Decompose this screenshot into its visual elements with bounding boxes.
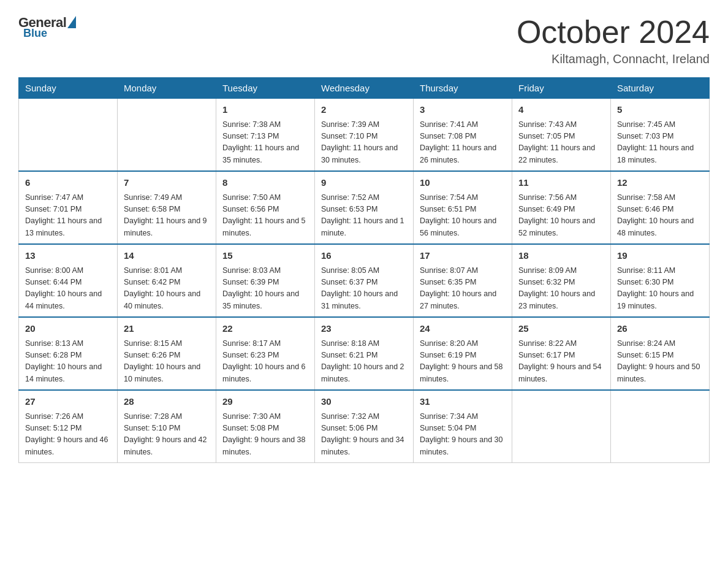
- calendar-cell: 12Sunrise: 7:58 AM Sunset: 6:46 PM Dayli…: [611, 171, 710, 244]
- day-number: 26: [617, 322, 703, 336]
- month-year-title: October 2024: [517, 15, 710, 50]
- day-info: Sunrise: 7:34 AM Sunset: 5:04 PM Dayligh…: [420, 411, 506, 459]
- calendar-cell: [611, 390, 710, 463]
- day-number: 27: [25, 395, 111, 409]
- day-number: 1: [222, 103, 308, 117]
- calendar-week-row: 27Sunrise: 7:26 AM Sunset: 5:12 PM Dayli…: [19, 390, 710, 463]
- day-info: Sunrise: 7:41 AM Sunset: 7:08 PM Dayligh…: [420, 119, 506, 167]
- calendar-cell: 27Sunrise: 7:26 AM Sunset: 5:12 PM Dayli…: [19, 390, 118, 463]
- day-info: Sunrise: 8:22 AM Sunset: 6:17 PM Dayligh…: [518, 338, 604, 386]
- calendar-cell: [19, 99, 118, 172]
- day-info: Sunrise: 7:32 AM Sunset: 5:06 PM Dayligh…: [321, 411, 407, 459]
- day-info: Sunrise: 7:26 AM Sunset: 5:12 PM Dayligh…: [25, 411, 111, 459]
- location-subtitle: Kiltamagh, Connacht, Ireland: [517, 52, 710, 66]
- day-number: 24: [420, 322, 506, 336]
- calendar-cell: 1Sunrise: 7:38 AM Sunset: 7:13 PM Daylig…: [216, 99, 315, 172]
- calendar-cell: 2Sunrise: 7:39 AM Sunset: 7:10 PM Daylig…: [315, 99, 414, 172]
- day-info: Sunrise: 8:15 AM Sunset: 6:26 PM Dayligh…: [124, 338, 210, 386]
- weekday-header-sunday: Sunday: [19, 78, 118, 99]
- calendar-cell: 23Sunrise: 8:18 AM Sunset: 6:21 PM Dayli…: [315, 317, 414, 390]
- day-number: 5: [617, 103, 703, 117]
- calendar-week-row: 20Sunrise: 8:13 AM Sunset: 6:28 PM Dayli…: [19, 317, 710, 390]
- calendar-table: SundayMondayTuesdayWednesdayThursdayFrid…: [18, 77, 710, 463]
- calendar-cell: 31Sunrise: 7:34 AM Sunset: 5:04 PM Dayli…: [414, 390, 512, 463]
- day-info: Sunrise: 7:45 AM Sunset: 7:03 PM Dayligh…: [617, 119, 703, 167]
- weekday-header-saturday: Saturday: [611, 78, 710, 99]
- day-info: Sunrise: 7:43 AM Sunset: 7:05 PM Dayligh…: [518, 119, 604, 167]
- day-info: Sunrise: 8:07 AM Sunset: 6:35 PM Dayligh…: [420, 265, 506, 313]
- calendar-cell: 4Sunrise: 7:43 AM Sunset: 7:05 PM Daylig…: [512, 99, 611, 172]
- calendar-cell: 5Sunrise: 7:45 AM Sunset: 7:03 PM Daylig…: [611, 99, 710, 172]
- calendar-cell: 3Sunrise: 7:41 AM Sunset: 7:08 PM Daylig…: [414, 99, 512, 172]
- calendar-cell: 26Sunrise: 8:24 AM Sunset: 6:15 PM Dayli…: [611, 317, 710, 390]
- day-info: Sunrise: 7:30 AM Sunset: 5:08 PM Dayligh…: [222, 411, 308, 459]
- calendar-cell: 6Sunrise: 7:47 AM Sunset: 7:01 PM Daylig…: [19, 171, 118, 244]
- calendar-cell: 19Sunrise: 8:11 AM Sunset: 6:30 PM Dayli…: [611, 244, 710, 317]
- calendar-cell: 28Sunrise: 7:28 AM Sunset: 5:10 PM Dayli…: [118, 390, 216, 463]
- day-number: 22: [222, 322, 308, 336]
- day-info: Sunrise: 8:09 AM Sunset: 6:32 PM Dayligh…: [518, 265, 604, 313]
- weekday-header-monday: Monday: [118, 78, 216, 99]
- calendar-cell: 15Sunrise: 8:03 AM Sunset: 6:39 PM Dayli…: [216, 244, 315, 317]
- calendar-cell: [512, 390, 611, 463]
- weekday-header-thursday: Thursday: [414, 78, 512, 99]
- calendar-cell: 18Sunrise: 8:09 AM Sunset: 6:32 PM Dayli…: [512, 244, 611, 317]
- calendar-cell: 24Sunrise: 8:20 AM Sunset: 6:19 PM Dayli…: [414, 317, 512, 390]
- calendar-cell: 25Sunrise: 8:22 AM Sunset: 6:17 PM Dayli…: [512, 317, 611, 390]
- day-number: 12: [617, 176, 703, 190]
- calendar-week-row: 1Sunrise: 7:38 AM Sunset: 7:13 PM Daylig…: [19, 99, 710, 172]
- day-info: Sunrise: 7:58 AM Sunset: 6:46 PM Dayligh…: [617, 192, 703, 240]
- calendar-cell: 9Sunrise: 7:52 AM Sunset: 6:53 PM Daylig…: [315, 171, 414, 244]
- calendar-week-row: 13Sunrise: 8:00 AM Sunset: 6:44 PM Dayli…: [19, 244, 710, 317]
- day-info: Sunrise: 8:05 AM Sunset: 6:37 PM Dayligh…: [321, 265, 407, 313]
- day-number: 16: [321, 249, 407, 263]
- day-info: Sunrise: 7:39 AM Sunset: 7:10 PM Dayligh…: [321, 119, 407, 167]
- day-info: Sunrise: 8:13 AM Sunset: 6:28 PM Dayligh…: [25, 338, 111, 386]
- weekday-header-wednesday: Wednesday: [315, 78, 414, 99]
- day-info: Sunrise: 7:28 AM Sunset: 5:10 PM Dayligh…: [124, 411, 210, 459]
- day-number: 21: [124, 322, 210, 336]
- calendar-cell: 10Sunrise: 7:54 AM Sunset: 6:51 PM Dayli…: [414, 171, 512, 244]
- weekday-header-row: SundayMondayTuesdayWednesdayThursdayFrid…: [19, 78, 710, 99]
- day-number: 7: [124, 176, 210, 190]
- day-number: 2: [321, 103, 407, 117]
- day-number: 19: [617, 249, 703, 263]
- day-info: Sunrise: 8:00 AM Sunset: 6:44 PM Dayligh…: [25, 265, 111, 313]
- day-number: 30: [321, 395, 407, 409]
- day-info: Sunrise: 7:54 AM Sunset: 6:51 PM Dayligh…: [420, 192, 506, 240]
- calendar-cell: 29Sunrise: 7:30 AM Sunset: 5:08 PM Dayli…: [216, 390, 315, 463]
- title-block: October 2024 Kiltamagh, Connacht, Irelan…: [517, 15, 710, 66]
- logo: General Blue: [18, 15, 76, 40]
- day-number: 18: [518, 249, 604, 263]
- day-info: Sunrise: 7:56 AM Sunset: 6:49 PM Dayligh…: [518, 192, 604, 240]
- day-info: Sunrise: 8:24 AM Sunset: 6:15 PM Dayligh…: [617, 338, 703, 386]
- day-info: Sunrise: 7:52 AM Sunset: 6:53 PM Dayligh…: [321, 192, 407, 240]
- weekday-header-friday: Friday: [512, 78, 611, 99]
- calendar-cell: 16Sunrise: 8:05 AM Sunset: 6:37 PM Dayli…: [315, 244, 414, 317]
- day-number: 10: [420, 176, 506, 190]
- day-number: 29: [222, 395, 308, 409]
- calendar-cell: 30Sunrise: 7:32 AM Sunset: 5:06 PM Dayli…: [315, 390, 414, 463]
- calendar-header: SundayMondayTuesdayWednesdayThursdayFrid…: [19, 78, 710, 99]
- day-info: Sunrise: 8:03 AM Sunset: 6:39 PM Dayligh…: [222, 265, 308, 313]
- day-number: 31: [420, 395, 506, 409]
- day-number: 9: [321, 176, 407, 190]
- day-number: 14: [124, 249, 210, 263]
- day-info: Sunrise: 7:49 AM Sunset: 6:58 PM Dayligh…: [124, 192, 210, 240]
- day-number: 25: [518, 322, 604, 336]
- page-header: General Blue October 2024 Kiltamagh, Con…: [18, 15, 710, 66]
- day-number: 8: [222, 176, 308, 190]
- calendar-cell: 13Sunrise: 8:00 AM Sunset: 6:44 PM Dayli…: [19, 244, 118, 317]
- day-info: Sunrise: 8:18 AM Sunset: 6:21 PM Dayligh…: [321, 338, 407, 386]
- day-number: 11: [518, 176, 604, 190]
- calendar-cell: 21Sunrise: 8:15 AM Sunset: 6:26 PM Dayli…: [118, 317, 216, 390]
- weekday-header-tuesday: Tuesday: [216, 78, 315, 99]
- day-number: 6: [25, 176, 111, 190]
- day-info: Sunrise: 7:47 AM Sunset: 7:01 PM Dayligh…: [25, 192, 111, 240]
- calendar-cell: 14Sunrise: 8:01 AM Sunset: 6:42 PM Dayli…: [118, 244, 216, 317]
- day-info: Sunrise: 8:01 AM Sunset: 6:42 PM Dayligh…: [124, 265, 210, 313]
- day-number: 17: [420, 249, 506, 263]
- day-number: 20: [25, 322, 111, 336]
- day-info: Sunrise: 7:50 AM Sunset: 6:56 PM Dayligh…: [222, 192, 308, 240]
- day-number: 28: [124, 395, 210, 409]
